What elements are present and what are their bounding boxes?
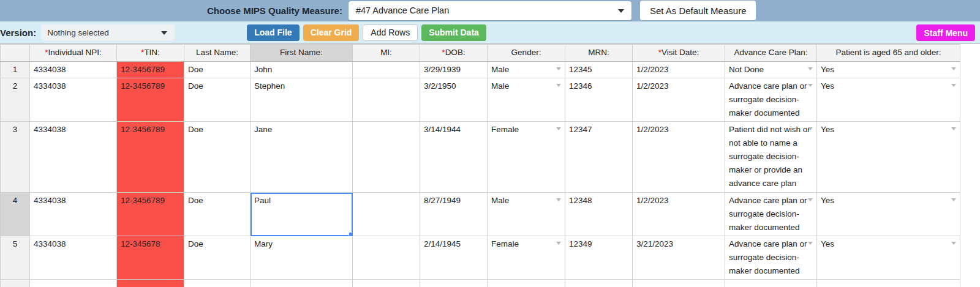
cell-aged65[interactable]: [817, 280, 960, 287]
column-header-gender[interactable]: Gender:: [488, 45, 565, 62]
cell-dropdown-icon[interactable]: [808, 67, 813, 70]
cell-gender[interactable]: Male: [488, 78, 565, 122]
cell-tin[interactable]: 12-3456789: [117, 78, 184, 122]
cell-acp[interactable]: [725, 280, 817, 287]
cell-mi[interactable]: [353, 78, 420, 122]
cell-dob[interactable]: 3/2/1950: [420, 78, 488, 122]
cell-first[interactable]: Stephen: [251, 78, 353, 122]
cell-acp[interactable]: Not Done: [725, 62, 817, 78]
cell-dropdown-icon[interactable]: [808, 198, 813, 201]
cell-dropdown-icon[interactable]: [808, 84, 813, 87]
column-header-mi[interactable]: MI:: [353, 45, 420, 62]
column-header-npi[interactable]: *Individual NPI:: [30, 45, 117, 62]
cell-tin[interactable]: 12-3456789: [117, 122, 184, 193]
cell-dropdown-icon[interactable]: [951, 198, 956, 201]
column-header-dob[interactable]: *DOB:: [420, 45, 488, 62]
cell-tin[interactable]: 12-3456789: [117, 193, 184, 236]
cell-npi[interactable]: 4334038: [30, 193, 117, 236]
corner-header[interactable]: [1, 45, 30, 62]
cell-mi[interactable]: [353, 193, 420, 236]
cell-aged65[interactable]: Yes: [817, 78, 960, 122]
column-header-last[interactable]: Last Name:: [184, 45, 251, 62]
row-header[interactable]: 1: [1, 62, 30, 78]
column-header-first[interactable]: First Name:: [251, 45, 353, 62]
cell-dob[interactable]: [420, 280, 488, 287]
cell-dropdown-icon[interactable]: [556, 242, 561, 245]
cell-last[interactable]: Doe: [184, 62, 251, 78]
submit-data-button[interactable]: Submit Data: [421, 24, 486, 41]
cell-npi[interactable]: 4334038: [30, 62, 117, 78]
cell-first[interactable]: Paul: [251, 193, 353, 236]
cell-mi[interactable]: [353, 236, 420, 280]
cell-visit[interactable]: [633, 280, 725, 287]
cell-visit[interactable]: 3/21/2023: [633, 236, 725, 280]
clear-grid-button[interactable]: Clear Grid: [303, 24, 360, 41]
cell-first[interactable]: Jane: [251, 122, 353, 193]
cell-visit[interactable]: 1/2/2023: [633, 78, 725, 122]
cell-last[interactable]: Doe: [184, 236, 251, 280]
column-header-tin[interactable]: *TIN:: [117, 45, 184, 62]
cell-aged65[interactable]: Yes: [817, 236, 960, 280]
cell-last[interactable]: [184, 280, 251, 287]
cell-dropdown-icon[interactable]: [556, 84, 561, 87]
load-file-button[interactable]: Load File: [247, 24, 299, 41]
row-header[interactable]: 3: [1, 122, 30, 193]
cell-aged65[interactable]: Yes: [817, 122, 960, 193]
cell-first[interactable]: Mary: [251, 236, 353, 280]
cell-mrn[interactable]: 12347: [565, 122, 633, 193]
cell-gender[interactable]: Male: [488, 193, 565, 236]
set-default-measure-button[interactable]: Set As Default Measure: [640, 1, 756, 20]
cell-mrn[interactable]: 12349: [565, 236, 633, 280]
cell-last[interactable]: Doe: [184, 78, 251, 122]
cell-gender[interactable]: Female: [488, 122, 565, 193]
version-select[interactable]: Nothing selected: [41, 24, 175, 41]
cell-tin[interactable]: [117, 280, 184, 287]
cell-mi[interactable]: [353, 122, 420, 193]
fill-handle[interactable]: [349, 232, 353, 236]
cell-last[interactable]: Doe: [184, 193, 251, 236]
cell-mrn[interactable]: 12345: [565, 62, 633, 78]
row-header[interactable]: 2: [1, 78, 30, 122]
cell-last[interactable]: Doe: [184, 122, 251, 193]
measure-select[interactable]: #47 Advance Care Plan: [349, 1, 631, 20]
cell-dropdown-icon[interactable]: [951, 84, 956, 87]
column-header-mrn[interactable]: MRN:: [565, 45, 633, 62]
cell-tin[interactable]: 12-345678: [117, 236, 184, 280]
cell-first[interactable]: John: [251, 62, 353, 78]
cell-dropdown-icon[interactable]: [951, 242, 956, 245]
cell-aged65[interactable]: Yes: [817, 193, 960, 236]
cell-npi[interactable]: 4334038: [30, 78, 117, 122]
cell-mi[interactable]: [353, 280, 420, 287]
cell-acp[interactable]: Patient did not wish or not able to name…: [725, 122, 817, 193]
cell-mrn[interactable]: [565, 280, 633, 287]
cell-dob[interactable]: 3/29/1939: [420, 62, 488, 78]
cell-visit[interactable]: 1/2/2023: [633, 193, 725, 236]
cell-acp[interactable]: Advance care plan or surrogate decision-…: [725, 193, 817, 236]
cell-dob[interactable]: 8/27/1949: [420, 193, 488, 236]
cell-dropdown-icon[interactable]: [951, 67, 956, 70]
row-header[interactable]: [1, 280, 30, 287]
cell-dob[interactable]: 2/14/1945: [420, 236, 488, 280]
staff-menu-button[interactable]: Staff Menu: [916, 24, 975, 41]
cell-visit[interactable]: 1/2/2023: [633, 62, 725, 78]
cell-npi[interactable]: [30, 280, 117, 287]
cell-npi[interactable]: 4334038: [30, 236, 117, 280]
cell-dropdown-icon[interactable]: [808, 242, 813, 245]
cell-dropdown-icon[interactable]: [556, 127, 561, 130]
row-header[interactable]: 4: [1, 193, 30, 236]
cell-acp[interactable]: Advance care plan or surrogate decision-…: [725, 236, 817, 280]
column-header-visit[interactable]: *Visit Date:: [633, 45, 725, 62]
cell-gender[interactable]: Female: [488, 236, 565, 280]
cell-dropdown-icon[interactable]: [808, 127, 813, 130]
cell-tin[interactable]: 12-3456789: [117, 62, 184, 78]
cell-mrn[interactable]: 12346: [565, 78, 633, 122]
cell-dob[interactable]: 3/14/1944: [420, 122, 488, 193]
cell-mrn[interactable]: 12348: [565, 193, 633, 236]
row-header[interactable]: 5: [1, 236, 30, 280]
column-header-aged65[interactable]: Patient is aged 65 and older:: [817, 45, 960, 62]
cell-dropdown-icon[interactable]: [556, 67, 561, 70]
cell-acp[interactable]: Advance care plan or surrogate decision-…: [725, 78, 817, 122]
cell-gender[interactable]: [488, 280, 565, 287]
add-rows-button[interactable]: Add Rows: [363, 24, 418, 41]
cell-dropdown-icon[interactable]: [556, 198, 561, 201]
